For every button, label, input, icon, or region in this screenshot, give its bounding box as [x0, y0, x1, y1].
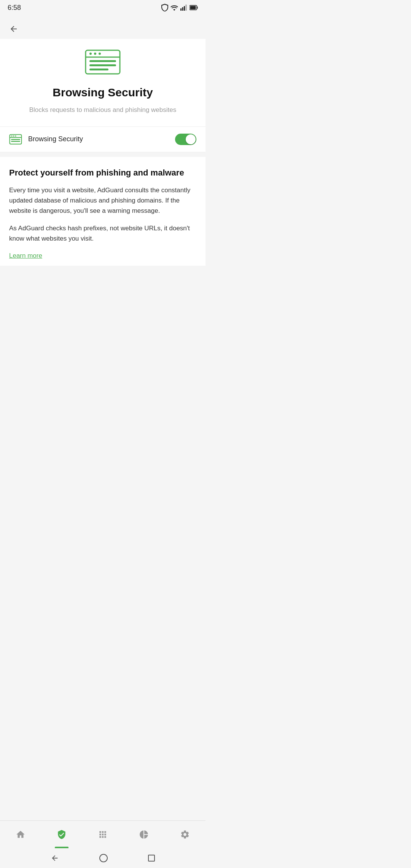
toggle-row-icon	[9, 134, 22, 145]
svg-rect-21	[11, 141, 20, 142]
wifi-icon	[170, 5, 178, 11]
svg-point-18	[13, 135, 14, 136]
back-arrow-icon	[9, 24, 18, 34]
svg-point-19	[15, 135, 16, 136]
hero-section: Browsing Security Blocks requests to mal…	[0, 39, 206, 126]
svg-rect-20	[11, 139, 20, 140]
svg-rect-0	[180, 8, 182, 11]
hero-subtitle: Blocks requests to malicious and phishin…	[29, 105, 176, 115]
back-button[interactable]	[8, 23, 20, 35]
status-icons	[161, 4, 198, 11]
info-section: Protect yourself from phishing and malwa…	[0, 157, 206, 266]
toggle-label: Browsing Security	[28, 135, 175, 143]
info-section-title: Protect yourself from phishing and malwa…	[9, 168, 196, 179]
svg-rect-3	[186, 5, 187, 11]
status-bar: 6:58	[0, 0, 206, 15]
svg-point-11	[99, 53, 101, 55]
browser-security-icon	[84, 46, 122, 77]
svg-rect-6	[190, 6, 196, 10]
info-paragraph-2: As AdGuard checks hash prefixes, not web…	[9, 223, 196, 244]
svg-rect-13	[89, 64, 116, 66]
svg-rect-5	[197, 6, 198, 9]
learn-more-link[interactable]: Learn more	[9, 252, 42, 260]
svg-rect-1	[182, 7, 183, 11]
info-paragraph-1: Every time you visit a website, AdGuard …	[9, 185, 196, 216]
signal-icon	[180, 5, 187, 11]
svg-point-10	[94, 53, 96, 55]
toggle-row[interactable]: Browsing Security	[0, 126, 206, 152]
svg-rect-14	[89, 69, 108, 70]
browsing-security-toggle[interactable]	[175, 134, 196, 145]
svg-point-9	[89, 53, 92, 55]
hero-title: Browsing Security	[53, 86, 153, 99]
browser-icon	[9, 134, 22, 145]
back-area	[0, 15, 206, 39]
svg-rect-12	[89, 60, 116, 62]
svg-point-17	[11, 135, 13, 136]
hero-icon-wrapper	[84, 46, 122, 78]
status-time: 6:58	[8, 4, 21, 12]
shield-icon	[161, 4, 168, 11]
svg-rect-2	[184, 6, 185, 11]
battery-icon	[190, 5, 198, 10]
